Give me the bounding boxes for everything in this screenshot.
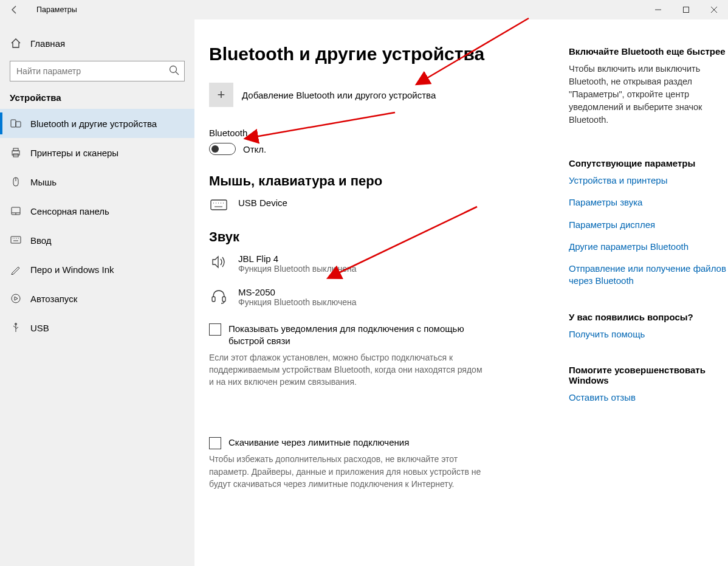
titlebar: Параметры: [0, 0, 728, 19]
svg-point-22: [12, 294, 20, 303]
page-title: Bluetooth и другие устройства: [209, 44, 549, 64]
nav-mouse[interactable]: Мышь: [0, 167, 194, 196]
svg-rect-7: [16, 122, 21, 127]
section-mouse-heading: Мышь, клавиатура и перо: [209, 173, 549, 189]
plus-icon: +: [209, 83, 233, 107]
keyboard-icon: [10, 236, 22, 244]
printer-icon: [10, 147, 22, 158]
svg-rect-9: [13, 148, 18, 151]
checkbox-help: Чтобы избежать дополнительных расходов, …: [209, 453, 489, 490]
metered-checkbox[interactable]: [209, 437, 221, 449]
nav-pen[interactable]: Перо и Windows Ink: [0, 255, 194, 284]
svg-rect-16: [11, 236, 21, 243]
device-status: Функция Bluetooth выключена: [238, 297, 357, 307]
section-sound-heading: Звук: [209, 229, 549, 245]
nav-touchpad[interactable]: Сенсорная панель: [0, 196, 194, 226]
link-send-receive[interactable]: Отправление или получение файлов через B…: [569, 263, 727, 288]
nav-label: Автозапуск: [30, 294, 77, 304]
bluetooth-state: Откл.: [243, 144, 266, 154]
notifications-checkbox[interactable]: [209, 323, 221, 336]
nav-printers[interactable]: Принтеры и сканеры: [0, 138, 194, 167]
checkbox-label: Скачивание через лимитные подключения: [228, 437, 409, 449]
home-icon: [10, 38, 22, 49]
search-input[interactable]: [10, 61, 185, 81]
add-device-button[interactable]: + Добавление Bluetooth или другого устро…: [209, 83, 549, 107]
link-get-help[interactable]: Получить помощь: [569, 328, 727, 340]
nav-label: Перо и Windows Ink: [30, 264, 114, 275]
pen-icon: [10, 264, 22, 275]
bluetooth-toggle[interactable]: [209, 143, 236, 155]
right-heading: Включайте Bluetooth еще быстрее: [569, 46, 727, 57]
device-usb[interactable]: USB Device: [209, 198, 549, 211]
svg-point-4: [170, 66, 177, 73]
maximize-button[interactable]: [672, 0, 700, 19]
device-status: Функция Bluetooth выключена: [238, 264, 357, 274]
sidebar: Главная Устройства Bluetooth и другие ус…: [0, 19, 194, 566]
bluetooth-devices-icon: [10, 118, 22, 129]
mouse-icon: [10, 176, 22, 187]
minimize-button[interactable]: [644, 0, 672, 19]
svg-rect-6: [11, 120, 16, 127]
nav-autoplay[interactable]: Автозапуск: [0, 284, 194, 313]
close-icon: [711, 7, 717, 13]
nav-label: Bluetooth и другие устройства: [30, 119, 157, 129]
svg-rect-1: [684, 7, 689, 13]
svg-rect-32: [212, 297, 215, 302]
device-name: JBL Flip 4: [238, 254, 357, 264]
nav-label: Принтеры и сканеры: [30, 148, 118, 158]
search-box[interactable]: [10, 61, 185, 81]
link-more-bluetooth[interactable]: Другие параметры Bluetooth: [569, 241, 727, 253]
right-text: Чтобы включить или выключить Bluetooth, …: [569, 63, 727, 126]
svg-rect-33: [222, 297, 225, 302]
minimize-icon: [655, 7, 661, 13]
link-sound-settings[interactable]: Параметры звука: [569, 196, 727, 209]
autoplay-icon: [10, 293, 22, 304]
search-icon: [169, 65, 180, 78]
svg-line-5: [176, 72, 179, 75]
window-title: Параметры: [36, 5, 77, 14]
right-heading: Помогите усовершенствовать Windows: [569, 365, 727, 385]
nav-label: Сенсорная панель: [30, 206, 109, 216]
keyboard-device-icon: [209, 198, 228, 211]
maximize-icon: [683, 7, 689, 13]
home-button[interactable]: Главная: [0, 33, 194, 53]
nav-label: Мышь: [30, 177, 57, 187]
add-device-label: Добавление Bluetooth или другого устройс…: [242, 90, 436, 100]
device-jbl[interactable]: JBL Flip 4 Функция Bluetooth выключена: [209, 254, 549, 274]
right-panel: Включайте Bluetooth еще быстрее Чтобы вк…: [569, 44, 727, 566]
nav-typing[interactable]: Ввод: [0, 226, 194, 255]
right-heading: Сопутствующие параметры: [569, 158, 727, 168]
device-ms2050[interactable]: MS-2050 Функция Bluetooth выключена: [209, 287, 549, 307]
nav-label: USB: [30, 323, 49, 333]
home-label: Главная: [30, 38, 65, 49]
device-name: MS-2050: [238, 287, 357, 297]
main-content: Bluetooth и другие устройства + Добавлен…: [194, 19, 728, 566]
svg-rect-25: [211, 200, 227, 210]
usb-icon: [10, 322, 22, 333]
link-display-settings[interactable]: Параметры дисплея: [569, 219, 727, 231]
close-button[interactable]: [700, 0, 728, 19]
sidebar-section: Устройства: [0, 92, 194, 109]
device-name: USB Device: [238, 198, 287, 208]
nav-usb[interactable]: USB: [0, 313, 194, 342]
touchpad-icon: [10, 205, 22, 216]
nav-bluetooth[interactable]: Bluetooth и другие устройства: [0, 109, 194, 138]
link-devices-printers[interactable]: Устройства и принтеры: [569, 174, 727, 187]
back-button[interactable]: [5, 0, 24, 19]
checkbox-label: Показывать уведомления для подключения с…: [228, 323, 484, 348]
headset-icon: [209, 287, 228, 304]
right-heading: У вас появились вопросы?: [569, 312, 727, 322]
speaker-icon: [209, 254, 228, 269]
nav-label: Ввод: [30, 235, 52, 246]
checkbox-help: Если этот флажок установлен, можно быстр…: [209, 351, 489, 388]
bluetooth-label: Bluetooth: [209, 128, 549, 138]
arrow-left-icon: [10, 5, 19, 15]
window-controls: [644, 0, 728, 19]
link-feedback[interactable]: Оставить отзыв: [569, 392, 727, 404]
